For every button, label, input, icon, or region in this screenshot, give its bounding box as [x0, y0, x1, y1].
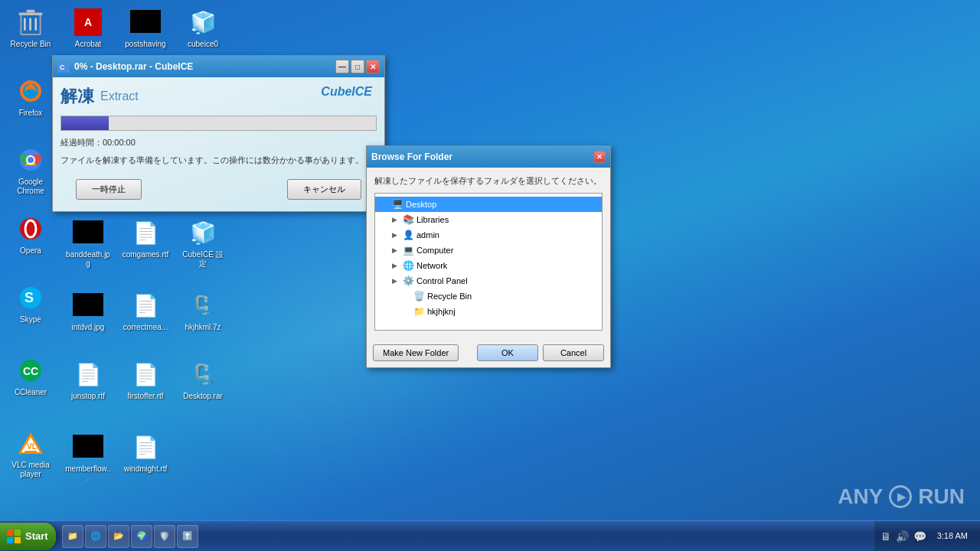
folder-tree[interactable]: 🖥️ Desktop ▶ 📚 Libraries ▶ 👤 admin: [374, 193, 603, 331]
desktop-icon-firstoffer[interactable]: 📄 firstoffer.rtf: [119, 356, 172, 404]
ok-button[interactable]: OK: [477, 344, 538, 361]
explorer-icon: 📁: [67, 531, 78, 541]
firefox-icon: [15, 76, 46, 106]
svg-rect-25: [15, 530, 21, 536]
cancel-button[interactable]: キャンセル: [287, 179, 361, 200]
browse-close-button[interactable]: ✕: [593, 151, 606, 163]
desktop-icon-hkjhkml7z[interactable]: 🗜️ hkjhkml.7z: [176, 287, 230, 335]
libraries-expand[interactable]: ▶: [389, 214, 400, 225]
tree-item-desktop[interactable]: 🖥️ Desktop: [375, 197, 602, 212]
recycle-bin-tree-label: Recycle Bin: [427, 292, 472, 301]
taskbar-shield-btn[interactable]: 🛡️: [154, 525, 175, 548]
correctmea-label: correctmea...: [123, 323, 168, 332]
control-panel-icon: ⚙️: [402, 275, 414, 287]
tray-network-icon[interactable]: 🖥: [880, 530, 891, 543]
desktop-icon-cubeice-set[interactable]: 🧊 CubeICE 設定: [176, 214, 230, 272]
desktop-rar-label: Desktop.rar: [183, 392, 223, 401]
desktop-icon-intdvd[interactable]: intdvd.jpg: [61, 287, 115, 335]
tree-item-control-panel[interactable]: ▶ ⚙️ Control Panel: [375, 273, 602, 289]
hkjhjknj-icon: 📁: [413, 305, 425, 318]
desktop-icon-acrobat[interactable]: A Acrobat: [61, 4, 115, 52]
recycle-bin-tree-icon: 🗑️: [413, 290, 425, 302]
network-icon: 🌐: [402, 259, 414, 272]
folder2-icon: 📂: [113, 531, 124, 541]
windmight-label: windmight.rtf: [124, 465, 168, 474]
computer-expand[interactable]: ▶: [389, 245, 400, 256]
desktop-icon-skype[interactable]: S Skype: [4, 279, 57, 328]
system-tray: 🖥 🔊 💬 3:18 AM: [874, 521, 980, 551]
recycle-bin-tree-expand: [400, 291, 410, 302]
svg-rect-3: [34, 18, 37, 31]
browse-ok-cancel: OK Cancel: [477, 344, 604, 361]
upload-icon: ⬆️: [182, 531, 193, 541]
desktop-icon-chrome[interactable]: Google Chrome: [4, 142, 57, 199]
acrobat-label: Acrobat: [75, 40, 101, 49]
desktop-icon-comgames[interactable]: 📄 comgames.rtf: [119, 214, 172, 262]
taskbar-ie-btn[interactable]: 🌐: [85, 525, 106, 548]
taskbar-upload-btn[interactable]: ⬆️: [177, 525, 198, 548]
desktop-icon-recycle-bin[interactable]: Recycle Bin: [4, 4, 57, 52]
intdvd-label: intdvd.jpg: [72, 323, 105, 332]
chrome-icon: [15, 145, 46, 175]
minimize-button[interactable]: —: [335, 60, 349, 73]
computer-label: Computer: [416, 246, 453, 255]
window-buttons: 一時停止 キャンセル: [60, 175, 377, 204]
control-panel-label: Control Panel: [416, 276, 468, 285]
close-button[interactable]: ✕: [366, 60, 380, 73]
correctmea-icon: 📄: [130, 290, 161, 321]
hkjhjknj-expand: [400, 306, 410, 317]
start-button[interactable]: Start: [0, 523, 56, 550]
network-label: Network: [416, 261, 447, 270]
acrobat-icon: A: [73, 7, 103, 37]
desktop-icon-opera[interactable]: Opera: [4, 210, 57, 259]
desktop-icon-desktop-rar[interactable]: 🗜️ Desktop.rar: [176, 356, 230, 404]
desktop-icon-ccleaner[interactable]: CC CCleaner: [4, 352, 57, 400]
hkjhjknj-label: hkjhjknj: [427, 307, 456, 316]
tray-notification-icon[interactable]: 💬: [913, 530, 926, 543]
tray-volume-icon[interactable]: 🔊: [896, 530, 909, 543]
cubeice-titlebar[interactable]: C 0% - Desktop.rar - CubeICE — □ ✕: [53, 56, 384, 77]
tree-item-hkjhjknj[interactable]: 📁 hkjhjknj: [375, 304, 602, 319]
tree-item-recycle-bin[interactable]: 🗑️ Recycle Bin: [375, 289, 602, 304]
windows-logo-icon: [6, 529, 21, 544]
maximize-button[interactable]: □: [351, 60, 364, 73]
desktop-icon-junstop[interactable]: 📄 junstop.rtf: [61, 356, 115, 404]
ccleaner-icon: CC: [15, 355, 46, 386]
taskbar-buttons: 📁 🌐 📂 🌍 🛡️ ⬆️: [59, 521, 874, 551]
tree-item-computer[interactable]: ▶ 💻 Computer: [375, 243, 602, 258]
browse-titlebar[interactable]: Browse For Folder ✕: [367, 146, 610, 168]
tree-item-network[interactable]: ▶ 🌐 Network: [375, 258, 602, 273]
taskbar-folder2-btn[interactable]: 📂: [108, 525, 129, 548]
desktop-icon-firefox[interactable]: Firefox: [4, 73, 57, 121]
opera-icon: [15, 214, 46, 244]
pause-button[interactable]: 一時停止: [76, 179, 142, 200]
cubeice-window: C 0% - Desktop.rar - CubeICE — □ ✕ 解凍 Ex…: [52, 55, 385, 212]
taskbar-explorer-btn[interactable]: 📁: [62, 525, 83, 548]
svg-rect-5: [27, 10, 35, 13]
svg-rect-2: [29, 18, 31, 31]
desktop-icon-banddeath[interactable]: banddeath.jpg: [61, 214, 115, 272]
skype-label: Skype: [20, 315, 41, 324]
desktop-icon-cubeice0[interactable]: 🧊 cubeice0: [176, 4, 230, 52]
tree-item-libraries[interactable]: ▶ 📚 Libraries: [375, 212, 602, 227]
anyrun-play-icon: ▶: [889, 485, 912, 508]
desktop-expand[interactable]: [378, 199, 389, 210]
admin-expand[interactable]: ▶: [389, 230, 400, 240]
cubeice-set-icon: 🧊: [188, 217, 218, 248]
comgames-icon: 📄: [130, 217, 161, 248]
system-clock[interactable]: 3:18 AM: [931, 530, 974, 541]
tree-item-admin[interactable]: ▶ 👤 admin: [375, 227, 602, 243]
control-panel-expand[interactable]: ▶: [389, 276, 400, 286]
junstop-icon: 📄: [73, 359, 103, 390]
desktop-icon-postshaving[interactable]: postshaving: [119, 4, 172, 52]
recycle-bin-icon: [15, 7, 46, 37]
make-new-folder-button[interactable]: Make New Folder: [373, 344, 459, 361]
desktop-icon-vlc[interactable]: VL VLC media player: [4, 425, 57, 482]
desktop-icon-correctmea[interactable]: 📄 correctmea...: [119, 287, 172, 335]
taskbar-chrome-btn[interactable]: 🌍: [131, 525, 152, 548]
desktop-icon-memberflow[interactable]: memberflow...: [61, 429, 115, 486]
network-expand[interactable]: ▶: [389, 260, 400, 271]
ie-icon: 🌐: [90, 531, 101, 541]
desktop-icon-windmight[interactable]: 📄 windmight.rtf: [119, 429, 172, 477]
cancel-button-browse[interactable]: Cancel: [543, 344, 604, 361]
